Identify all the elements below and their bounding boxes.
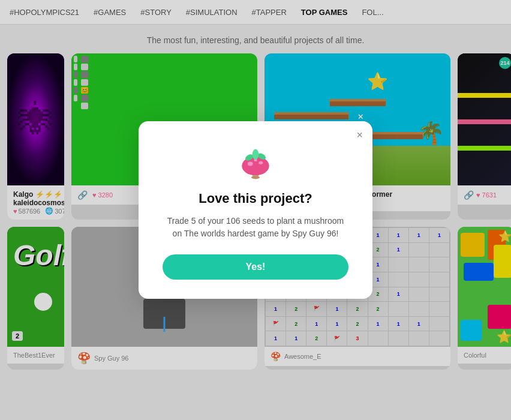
svg-point-7 <box>253 149 259 160</box>
modal-yes-button[interactable]: Yes! <box>163 254 348 280</box>
modal: × Love this project? Trade 5 of your 106… <box>139 121 372 299</box>
modal-title: Love this project? <box>163 191 348 206</box>
modal-backdrop: × Love this project? Trade 5 of your 106… <box>0 0 511 420</box>
mushroom-icon <box>235 143 276 185</box>
svg-point-3 <box>258 161 263 164</box>
modal-body: Trade 5 of your 106 seeds to plant a mus… <box>163 215 348 240</box>
svg-point-8 <box>251 176 260 179</box>
modal-close-button[interactable]: × <box>356 130 363 140</box>
svg-point-2 <box>248 162 253 166</box>
